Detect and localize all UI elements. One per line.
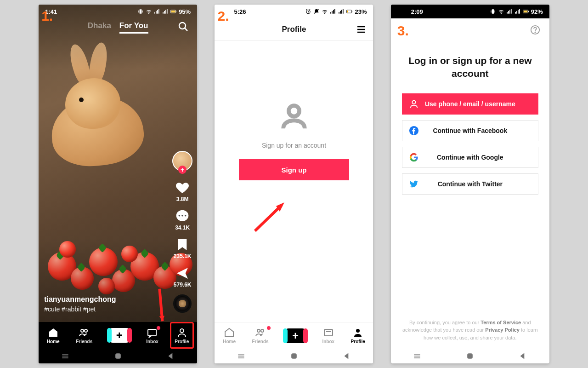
step-number-3: 3.: [397, 23, 409, 39]
nav-profile-label: Profile: [351, 339, 365, 344]
share-button[interactable]: 579.6K: [174, 266, 192, 288]
creator-avatar[interactable]: +: [172, 151, 192, 171]
signal-icon-2: [162, 8, 169, 15]
back-icon[interactable]: [166, 351, 175, 361]
battery-percent: 23%: [355, 8, 367, 15]
side-action-rail: + 3.8M 34.1K 235.1K 579.6K: [172, 151, 192, 313]
video-caption: tianyuanmengchong #cute #rabbit #pet: [44, 295, 116, 313]
svg-rect-37: [340, 11, 341, 14]
bookmark-button[interactable]: 235.1K: [174, 237, 192, 259]
svg-point-14: [179, 23, 186, 29]
user-icon: [409, 99, 419, 109]
svg-rect-65: [516, 11, 517, 14]
nav-home[interactable]: Home: [47, 327, 60, 344]
status-icons: 92%: [490, 8, 543, 15]
header-title: Profile: [282, 25, 306, 34]
svg-point-72: [535, 32, 535, 32]
svg-point-50: [261, 329, 264, 332]
signal-icon-2: [514, 8, 521, 15]
tab-following[interactable]: Dhaka: [88, 21, 111, 34]
tos-link[interactable]: Terms of Service: [481, 320, 521, 325]
svg-point-49: [257, 329, 260, 332]
login-title: Log in or sign up for a new account: [402, 54, 538, 80]
screenshot-2-profile: 2. 5:26 23% Profile Sign up for an accou…: [215, 5, 373, 363]
svg-point-52: [356, 329, 360, 333]
signal-icon: [330, 8, 336, 15]
wifi-icon: [146, 8, 152, 15]
nav-friends[interactable]: Friends: [252, 327, 268, 344]
recent-apps-icon[interactable]: [237, 351, 246, 361]
svg-rect-60: [507, 12, 508, 14]
google-icon: [409, 152, 419, 162]
status-icons: 95%: [137, 8, 191, 15]
svg-rect-56: [292, 354, 296, 358]
nav-create[interactable]: +: [285, 328, 306, 343]
nav-inbox[interactable]: Inbox: [322, 327, 334, 344]
legal-disclaimer: By continuing, you agree to our Terms of…: [402, 319, 538, 342]
nav-inbox-label: Inbox: [146, 339, 158, 344]
system-nav: [391, 349, 549, 363]
menu-button[interactable]: [356, 24, 367, 37]
login-twitter[interactable]: Continue with Twitter: [402, 173, 538, 195]
svg-rect-2: [142, 11, 143, 13]
help-button[interactable]: [530, 25, 540, 37]
like-button[interactable]: 3.8M: [175, 180, 190, 202]
svg-rect-34: [333, 10, 334, 14]
back-icon[interactable]: [518, 351, 527, 361]
nav-friends[interactable]: Friends: [76, 327, 92, 344]
video-hashtags[interactable]: #cute #rabbit #pet: [44, 305, 116, 313]
signup-button[interactable]: Sign up: [239, 159, 349, 180]
svg-rect-42: [352, 11, 352, 12]
inbox-badge: [157, 326, 160, 330]
signal-icon: [506, 8, 513, 15]
svg-rect-0: [140, 9, 142, 13]
login-phone-email[interactable]: Use phone / email / username: [402, 93, 538, 115]
svg-rect-78: [468, 354, 472, 358]
nav-inbox[interactable]: Inbox: [146, 327, 158, 344]
follow-plus-icon[interactable]: +: [178, 166, 187, 174]
nav-profile[interactable]: Profile: [351, 327, 365, 344]
svg-point-23: [85, 329, 87, 332]
svg-rect-29: [116, 354, 120, 358]
tab-for-you[interactable]: For You: [119, 21, 148, 34]
video-feed[interactable]: Dhaka For You + 3.8M 34.1K 235.1K 579.6K: [39, 5, 197, 363]
nav-create[interactable]: +: [109, 328, 130, 343]
vibrate-icon: [490, 8, 496, 15]
privacy-link[interactable]: Privacy Policy: [485, 327, 520, 333]
home-icon[interactable]: [113, 351, 123, 361]
login-facebook[interactable]: Continue with Facebook: [402, 120, 538, 141]
svg-rect-6: [158, 9, 159, 14]
search-button[interactable]: [178, 21, 189, 34]
nav-home[interactable]: Home: [223, 327, 236, 344]
login-facebook-label: Continue with Facebook: [419, 127, 531, 134]
svg-rect-5: [157, 10, 158, 14]
back-icon[interactable]: [342, 351, 351, 361]
recent-apps-icon[interactable]: [61, 351, 70, 361]
sound-disc[interactable]: [173, 294, 192, 313]
svg-rect-67: [519, 9, 520, 14]
feed-tabs: Dhaka For You: [39, 21, 197, 34]
step-number-1: 1.: [41, 8, 53, 24]
login-google[interactable]: Continue with Google: [402, 147, 538, 168]
svg-line-15: [185, 28, 187, 31]
recent-apps-icon[interactable]: [413, 351, 422, 361]
svg-rect-51: [324, 329, 333, 336]
svg-point-17: [179, 215, 180, 216]
nav-profile[interactable]: Profile: [175, 327, 189, 344]
home-icon[interactable]: [289, 351, 299, 361]
comment-count: 34.1K: [175, 224, 190, 231]
battery-percent: 95%: [179, 8, 191, 15]
svg-rect-64: [515, 12, 516, 14]
home-icon[interactable]: [465, 351, 475, 361]
status-bar: 1:41 95%: [39, 5, 197, 18]
svg-point-19: [185, 215, 186, 216]
nav-home-label: Home: [47, 339, 60, 344]
svg-rect-63: [511, 9, 512, 14]
svg-rect-59: [494, 11, 495, 13]
comment-button[interactable]: 34.1K: [175, 209, 190, 231]
wifi-icon: [322, 8, 328, 15]
login-google-label: Continue with Google: [419, 154, 531, 161]
status-time: 5:26: [234, 8, 246, 15]
svg-rect-24: [148, 329, 156, 336]
creator-username[interactable]: tianyuanmengchong: [44, 295, 116, 304]
